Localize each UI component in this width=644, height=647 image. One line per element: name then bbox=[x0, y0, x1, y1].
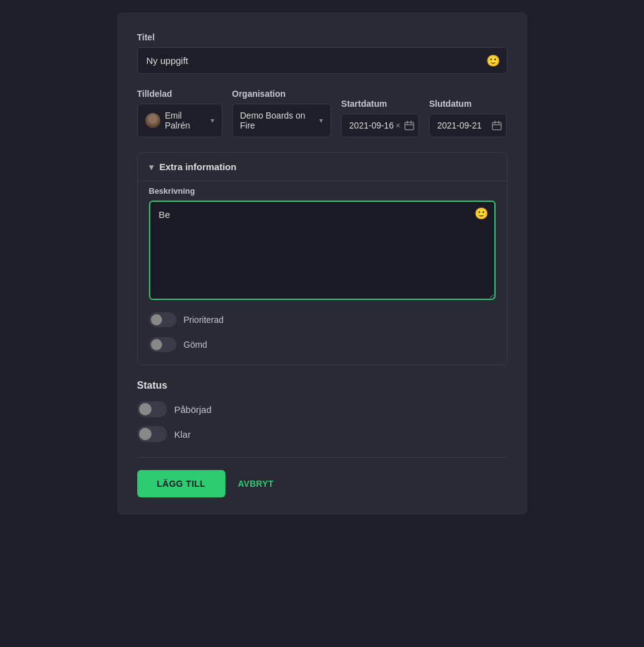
avatar-image bbox=[145, 113, 160, 128]
prioritized-label: Prioriterad bbox=[184, 315, 224, 325]
meta-fields-row: Tilldelad Emil Palrén ▾ Organisation Dem… bbox=[137, 89, 507, 137]
action-buttons: LÄGG TILL AVBRYT bbox=[137, 470, 507, 497]
started-toggle[interactable] bbox=[137, 401, 167, 417]
extra-info-toggle[interactable]: ▾ Extra information bbox=[138, 153, 507, 181]
organisation-field-col: Organisation Demo Boards on Fire ▾ bbox=[232, 89, 332, 137]
status-title: Status bbox=[137, 380, 507, 391]
start-date-wrapper: × bbox=[341, 114, 419, 137]
title-emoji-button[interactable]: 🙂 bbox=[486, 54, 500, 68]
title-input-wrapper: 🙂 bbox=[137, 47, 507, 74]
description-emoji-button[interactable]: 🙂 bbox=[474, 207, 488, 220]
organisation-name: Demo Boards on Fire bbox=[240, 111, 315, 130]
organisation-chevron-icon: ▾ bbox=[319, 116, 323, 125]
assignee-label: Tilldelad bbox=[137, 89, 222, 99]
started-toggle-row: Påbörjad bbox=[137, 401, 507, 417]
svg-rect-0 bbox=[405, 122, 414, 130]
started-label: Påbörjad bbox=[175, 404, 212, 415]
extra-info-section: ▾ Extra information Beskrivning Be 🙂 Pri… bbox=[137, 152, 507, 365]
extra-info-label: Extra information bbox=[160, 161, 237, 172]
done-track bbox=[137, 426, 167, 442]
svg-rect-1 bbox=[492, 122, 501, 130]
description-wrapper: Be 🙂 bbox=[149, 201, 496, 302]
hidden-track bbox=[149, 337, 176, 352]
add-button[interactable]: LÄGG TILL bbox=[137, 470, 225, 497]
organisation-select[interactable]: Demo Boards on Fire ▾ bbox=[232, 104, 332, 137]
end-date-label: Slutdatum bbox=[429, 99, 507, 109]
prioritized-toggle-row: Prioriterad bbox=[149, 312, 496, 327]
description-label: Beskrivning bbox=[149, 186, 496, 196]
status-section: Status Påbörjad Klar bbox=[137, 380, 507, 442]
hidden-toggle-row: Gömd bbox=[149, 337, 496, 352]
start-date-calendar-button[interactable] bbox=[404, 120, 414, 130]
start-date-label: Startdatum bbox=[341, 99, 419, 109]
done-toggle-row: Klar bbox=[137, 426, 507, 442]
title-label: Titel bbox=[137, 32, 507, 42]
assignee-field-col: Tilldelad Emil Palrén ▾ bbox=[137, 89, 222, 137]
title-field-group: Titel 🙂 bbox=[137, 32, 507, 74]
start-date-clear-icon[interactable]: × bbox=[396, 120, 401, 130]
end-date-field-col: Slutdatum bbox=[429, 99, 507, 137]
task-form: Titel 🙂 Tilldelad Emil Palrén ▾ Organisa… bbox=[117, 12, 527, 515]
assignee-chevron-icon: ▾ bbox=[211, 116, 214, 125]
emoji-icon: 🙂 bbox=[486, 54, 500, 68]
done-label: Klar bbox=[175, 429, 191, 440]
end-date-wrapper bbox=[429, 114, 507, 137]
hidden-label: Gömd bbox=[184, 340, 207, 350]
prioritized-toggle[interactable] bbox=[149, 312, 176, 327]
hidden-toggle[interactable] bbox=[149, 337, 176, 352]
end-date-calendar-button[interactable] bbox=[492, 120, 502, 130]
extra-info-body: Beskrivning Be 🙂 Prioriterad G bbox=[138, 181, 507, 364]
description-textarea[interactable]: Be bbox=[149, 201, 496, 300]
desc-emoji-icon: 🙂 bbox=[474, 207, 488, 220]
assignee-select[interactable]: Emil Palrén ▾ bbox=[137, 104, 222, 137]
prioritized-track bbox=[149, 312, 176, 327]
start-date-field-col: Startdatum × bbox=[341, 99, 419, 137]
avatar bbox=[145, 113, 160, 128]
organisation-label: Organisation bbox=[232, 89, 332, 99]
divider bbox=[137, 457, 507, 458]
title-input[interactable] bbox=[137, 47, 507, 74]
extra-info-chevron-icon: ▾ bbox=[149, 162, 153, 172]
cancel-button[interactable]: AVBRYT bbox=[238, 474, 274, 494]
done-toggle[interactable] bbox=[137, 426, 167, 442]
assignee-name: Emil Palrén bbox=[165, 111, 206, 130]
started-track bbox=[137, 401, 167, 417]
